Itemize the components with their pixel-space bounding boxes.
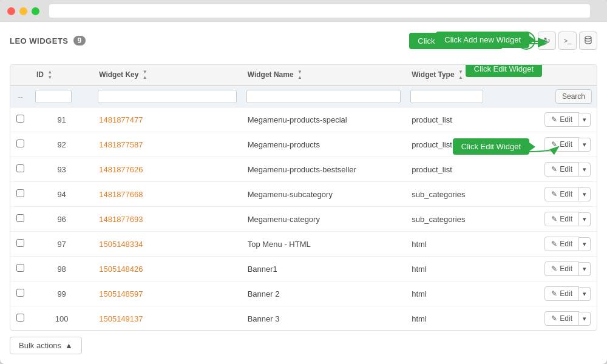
row-92-edit-group: ✎ Edit▾ — [524, 137, 591, 152]
pencil-icon: ✎ — [551, 240, 557, 248]
widgets-table-container: ID ▲ ▼ Widget Key ▼ ▲ — [10, 64, 597, 331]
row-98-id: 98 — [30, 257, 93, 281]
th-widget-type-label: Widget Type — [412, 70, 454, 79]
dropdown-caret-icon: ▾ — [583, 166, 586, 173]
th-widget-key[interactable]: Widget Key ▼ ▲ — [93, 65, 241, 86]
dropdown-caret-icon: ▾ — [583, 215, 586, 223]
row-98-actions: ✎ Edit▾ — [518, 257, 597, 281]
row-91-edit-button[interactable]: ✎ Edit — [544, 112, 579, 127]
row-94-edit-group: ✎ Edit▾ — [524, 187, 591, 201]
row-96-edit-dropdown[interactable]: ▾ — [579, 212, 591, 226]
row-97-name: Top Menu - HTML — [242, 232, 406, 257]
row-99-name: Banner 2 — [242, 281, 406, 306]
row-100-key: 1505149137 — [93, 306, 241, 331]
table-row: 911481877477Megamenu-products-specialpro… — [10, 107, 597, 132]
row-97-edit-group: ✎ Edit▾ — [524, 237, 591, 251]
pencil-icon: ✎ — [551, 165, 557, 174]
type-sort-icons: ▼ ▲ — [458, 70, 463, 80]
dropdown-caret-icon: ▾ — [583, 190, 586, 198]
main-content: LEO WIDGETS 9 Click Add new Widget + ↻ — [0, 22, 607, 364]
row-91-type: product_list — [405, 107, 518, 132]
maximize-button[interactable] — [32, 7, 39, 15]
filter-key-input[interactable] — [98, 90, 236, 103]
row-92-edit-dropdown[interactable]: ▾ — [579, 138, 591, 152]
dropdown-caret-icon: ▾ — [583, 141, 586, 148]
row-93-key: 1481877626 — [93, 157, 241, 182]
row-94-id: 94 — [30, 182, 93, 207]
header-actions: Click Add new Widget + ↻ >_ — [409, 32, 597, 50]
row-99-edit-dropdown[interactable]: ▾ — [579, 287, 591, 301]
row-97-type: html — [405, 232, 518, 257]
row-93-edit-label: Edit — [560, 165, 572, 174]
database-button[interactable] — [579, 32, 597, 50]
close-button[interactable] — [7, 7, 15, 15]
row-92-checkbox-cell — [10, 132, 30, 157]
pencil-icon: ✎ — [551, 289, 557, 298]
dropdown-caret-icon: ▾ — [583, 116, 586, 123]
filter-key-cell — [93, 86, 241, 107]
widget-count-badge: 9 — [73, 36, 86, 46]
row-91-edit-group: ✎ Edit▾ — [524, 112, 591, 127]
th-id[interactable]: ID ▲ ▼ — [30, 65, 93, 86]
dropdown-caret-icon: ▾ — [583, 315, 586, 322]
row-98-edit-dropdown[interactable]: ▾ — [579, 262, 591, 276]
row-94-name: Megamenu-subcategory — [242, 182, 406, 207]
search-button[interactable]: Search — [555, 89, 592, 104]
row-97-checkbox-cell — [10, 232, 30, 257]
row-100-checkbox[interactable] — [16, 314, 24, 322]
row-98-edit-button[interactable]: ✎ Edit — [544, 261, 579, 276]
th-widget-key-label: Widget Key — [99, 70, 138, 79]
titlebar — [0, 0, 607, 22]
row-93-edit-button[interactable]: ✎ Edit — [544, 162, 579, 177]
row-96-checkbox[interactable] — [16, 214, 24, 222]
row-91-edit-dropdown[interactable]: ▾ — [579, 113, 591, 127]
row-97-edit-button[interactable]: ✎ Edit — [544, 237, 579, 251]
filter-row: -- — [10, 86, 597, 107]
row-97-checkbox[interactable] — [16, 239, 24, 247]
row-97-edit-dropdown[interactable]: ▾ — [579, 237, 591, 251]
row-100-edit-group: ✎ Edit▾ — [524, 311, 591, 326]
row-92-actions: ✎ Edit▾ — [518, 132, 597, 157]
minimize-button[interactable] — [19, 7, 27, 15]
row-100-actions: ✎ Edit▾ — [518, 306, 597, 331]
row-99-edit-button[interactable]: ✎ Edit — [544, 286, 579, 301]
row-96-edit-button[interactable]: ✎ Edit — [544, 212, 579, 226]
row-91-checkbox[interactable] — [16, 115, 24, 123]
row-92-checkbox[interactable] — [16, 140, 24, 147]
url-bar[interactable] — [49, 4, 590, 18]
row-97-id: 97 — [30, 232, 93, 257]
row-94-checkbox-cell — [10, 182, 30, 207]
row-98-checkbox[interactable] — [16, 264, 24, 272]
table-row: 931481877626Megamenu-products-bestseller… — [10, 157, 597, 182]
table-row: 1001505149137Banner 3html✎ Edit▾ — [10, 306, 597, 331]
row-100-edit-dropdown[interactable]: ▾ — [579, 312, 591, 326]
widgets-table: ID ▲ ▼ Widget Key ▼ ▲ — [10, 65, 597, 331]
row-100-edit-button[interactable]: ✎ Edit — [544, 311, 579, 326]
filter-id-cell — [30, 86, 93, 107]
th-widget-name[interactable]: Widget Name ▼ ▲ — [242, 65, 406, 86]
filter-type-input[interactable] — [410, 90, 483, 103]
terminal-icon: >_ — [564, 37, 572, 44]
filter-name-input[interactable] — [246, 90, 401, 103]
row-93-name: Megamenu-products-bestseller — [242, 157, 406, 182]
bulk-actions-button[interactable]: Bulk actions ▲ — [10, 337, 82, 354]
row-97-actions: ✎ Edit▾ — [518, 232, 597, 257]
row-100-edit-label: Edit — [560, 314, 572, 323]
row-99-checkbox[interactable] — [16, 289, 24, 297]
row-94-edit-button[interactable]: ✎ Edit — [544, 187, 579, 201]
row-99-edit-label: Edit — [560, 289, 572, 298]
row-93-edit-dropdown[interactable]: ▾ — [579, 163, 591, 177]
refresh-button[interactable]: ↻ — [538, 32, 556, 50]
filter-id-input[interactable] — [35, 90, 72, 103]
add-widget-button[interactable]: + — [517, 32, 535, 50]
row-96-checkbox-cell — [10, 207, 30, 232]
app-window: LEO WIDGETS 9 Click Add new Widget + ↻ — [0, 0, 607, 364]
row-93-checkbox[interactable] — [16, 164, 24, 172]
table-row: 921481877587Megamenu-productsproduct_lis… — [10, 132, 597, 157]
row-96-edit-group: ✎ Edit▾ — [524, 212, 591, 226]
table-row: 941481877668Megamenu-subcategorysub_cate… — [10, 182, 597, 207]
row-92-edit-button[interactable]: ✎ Edit — [544, 137, 579, 152]
terminal-button[interactable]: >_ — [558, 32, 577, 50]
row-94-edit-dropdown[interactable]: ▾ — [579, 187, 591, 201]
row-94-checkbox[interactable] — [16, 189, 24, 197]
